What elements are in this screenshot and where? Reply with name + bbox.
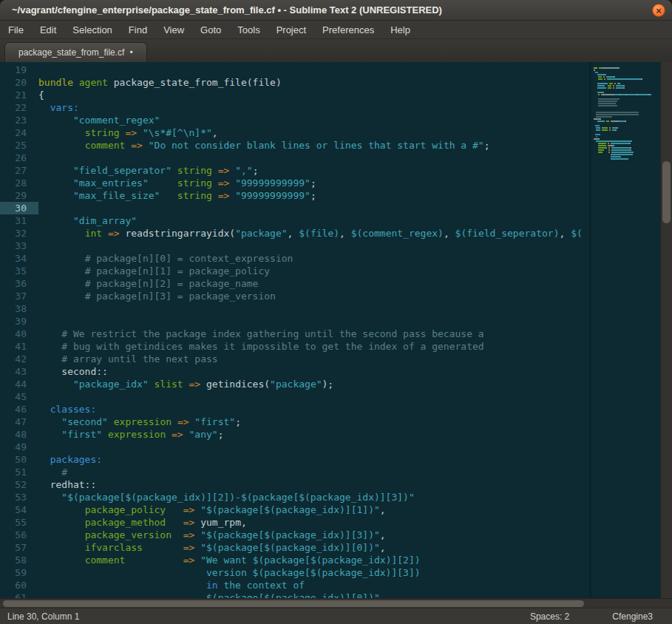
code-line-41[interactable]: 41 # bug with getindices makes it imposs… [0,340,589,353]
code-line-46[interactable]: 46 classes: [0,403,589,416]
menu-file[interactable]: File [0,21,32,38]
menu-project[interactable]: Project [268,21,314,38]
code-line-36[interactable]: 36 # package[n][2] = package_name [0,277,589,290]
code-line-57[interactable]: 57 ifvarclass => "$(package[$(package_id… [0,541,589,554]
code-line-48[interactable]: 48 "first" expression => "any"; [0,428,589,441]
code-line-21[interactable]: 21{ [0,89,589,101]
menu-help[interactable]: Help [382,21,418,38]
code-line-24[interactable]: 24 string => "\s*#[^\n]*", [0,126,589,139]
code-line-47[interactable]: 47 "second" expression => "first"; [0,416,589,428]
line-number: 36 [0,277,38,290]
line-number: 19 [0,64,38,76]
tab-package-state-from-file[interactable]: package_state_from_file.cf • [4,42,147,62]
line-number: 58 [0,554,38,566]
code-line-19[interactable]: 19 [0,64,589,76]
minimap[interactable] [589,62,660,598]
code-line-text: # package[n][1] = package_policy [38,265,270,277]
line-number: 33 [0,240,38,252]
code-line-29[interactable]: 29 "max_file_size" string => "9999999999… [0,189,589,202]
code-line-49[interactable]: 49 [0,441,589,453]
code-line-text: classes: [38,403,96,416]
code-line-text: second:: [38,365,108,378]
line-number: 44 [0,378,38,390]
code-line-35[interactable]: 35 # package[n][1] = package_policy [0,265,589,277]
code-line-25[interactable]: 25 comment => "Do not consider blank lin… [0,139,589,152]
menu-selection[interactable]: Selection [64,21,120,38]
code-line-38[interactable]: 38 [0,302,589,315]
code-line-31[interactable]: 31 "dim_array" [0,214,589,227]
status-bar: Line 30, Column 1 Spaces: 2 Cfengine3 [0,608,672,624]
code-line-23[interactable]: 23 "comment_regex" [0,114,589,126]
code-line-33[interactable]: 33 [0,240,589,252]
line-number: 34 [0,252,38,265]
line-number: 32 [0,227,38,240]
code-line-43[interactable]: 43 second:: [0,365,589,378]
code-line-30[interactable]: 30 [0,202,589,214]
cursor-position-label: Line 30, Column 1 [7,611,79,622]
code-line-52[interactable]: 52 redhat:: [0,478,589,491]
code-line-text: # package[n][0] = context_expression [38,252,293,265]
menu-tools[interactable]: Tools [229,21,268,38]
code-line-text: redhat:: [38,478,96,491]
horizontal-scrollbar-handle[interactable] [3,600,584,607]
code-line-37[interactable]: 37 # package[n][3] = package_version [0,290,589,302]
code-line-51[interactable]: 51 # [0,466,589,478]
code-line-58[interactable]: 58 comment => "We want $(package[$(packa… [0,554,589,566]
code-line-28[interactable]: 28 "max_entries" string => "99999999999"… [0,177,589,189]
code-line-text: ifvarclass => "$(package[$(package_idx)]… [38,541,386,554]
line-number: 45 [0,390,38,403]
titlebar[interactable]: ~/vagrant/cfengine_enterprise/package_st… [0,0,672,21]
vertical-scrollbar-handle[interactable] [662,161,671,223]
close-button[interactable]: × [652,4,665,17]
line-number: 51 [0,466,38,478]
indentation-setting[interactable]: Spaces: 2 [530,611,569,622]
code-line-54[interactable]: 54 package_policy => "$(package[$(packag… [0,503,589,516]
code-line-26[interactable]: 26 [0,152,589,164]
code-line-55[interactable]: 55 package_method => yum_rpm, [0,516,589,529]
code-view[interactable]: 1920bundle agent package_state_from_file… [0,62,589,598]
line-number: 47 [0,416,38,428]
menu-edit[interactable]: Edit [32,21,64,38]
line-number: 61 [0,591,38,598]
code-line-56[interactable]: 56 package_version => "$(package[$(packa… [0,529,589,541]
code-line-44[interactable]: 44 "package_idx" slist => getindices("pa… [0,378,589,390]
syntax-mode[interactable]: Cfengine3 [612,611,653,622]
code-line-text: "max_file_size" string => "99999999999"; [38,189,316,202]
horizontal-scrollbar[interactable] [0,598,672,608]
line-number: 40 [0,328,38,340]
menu-preferences[interactable]: Preferences [314,21,382,38]
code-line-27[interactable]: 27 "field_seperator" string => ","; [0,164,589,177]
code-line-34[interactable]: 34 # package[n][0] = context_expression [0,252,589,265]
code-line-text: "second" expression => "first"; [38,416,241,428]
line-number: 29 [0,189,38,202]
code-line-text: comment => "Do not consider blank lines … [38,139,490,152]
code-line-text: { [38,89,44,101]
editor-area[interactable]: 1920bundle agent package_state_from_file… [0,62,672,598]
code-line-42[interactable]: 42 # array until the next pass [0,353,589,365]
code-line-53[interactable]: 53 "$(package[$(package_idx)][2])-$(pack… [0,491,589,503]
code-line-text: "dim_array" [38,214,137,227]
code-line-32[interactable]: 32 int => readstringarrayidx("package", … [0,227,589,240]
code-line-59[interactable]: 59 version $(package[$(package_idx)][3]) [0,566,589,579]
code-line-60[interactable]: 60 in the context of [0,579,589,591]
code-line-text: package_method => yum_rpm, [38,516,247,529]
menu-goto[interactable]: Goto [192,21,229,38]
vertical-scrollbar[interactable] [660,62,672,598]
code-line-text: $(package[$(package_idx)][0])" [38,591,380,598]
code-line-61[interactable]: 61 $(package[$(package_idx)][0])" [0,591,589,598]
code-line-39[interactable]: 39 [0,315,589,328]
code-line-40[interactable]: 40 # We restrict the package index gathe… [0,328,589,340]
line-number: 27 [0,164,38,177]
code-line-45[interactable]: 45 [0,390,589,403]
menu-find[interactable]: Find [121,21,155,38]
line-number: 55 [0,516,38,529]
menu-view[interactable]: View [155,21,192,38]
code-line-20[interactable]: 20bundle agent package_state_from_file(f… [0,76,589,89]
code-line-50[interactable]: 50 packages: [0,453,589,466]
code-line-text: "$(package[$(package_idx)][2])-$(package… [38,491,415,503]
code-line-22[interactable]: 22 vars: [0,101,589,114]
line-number: 54 [0,503,38,516]
line-number: 59 [0,566,38,579]
line-number: 42 [0,353,38,365]
code-line-text: # package[n][3] = package_version [38,290,276,302]
